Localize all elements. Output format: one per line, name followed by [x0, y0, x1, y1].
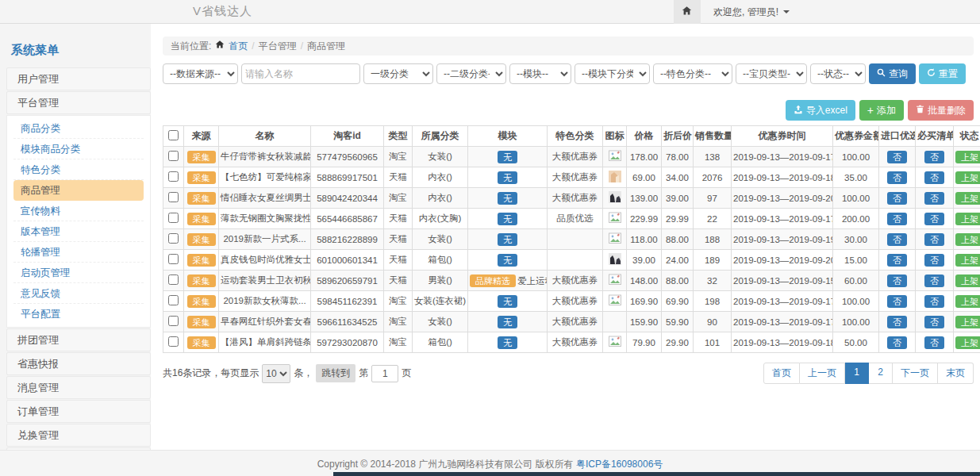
page-button-末页[interactable]: 末页: [938, 363, 974, 384]
sidebar-subitem-8[interactable]: 意见反馈: [13, 283, 144, 304]
status-toggle[interactable]: 上架: [955, 192, 980, 205]
status-toggle[interactable]: 上架: [955, 171, 980, 184]
name-cell[interactable]: 【七色纺】可爱纯棉家...: [219, 167, 311, 188]
search-button[interactable]: 查询: [869, 63, 916, 84]
page-button-下一页[interactable]: 下一页: [893, 363, 938, 384]
filter-select-source[interactable]: --数据来源--: [163, 63, 238, 84]
filter-name-input[interactable]: [241, 63, 360, 84]
module-badge[interactable]: 无: [498, 213, 517, 225]
page-number-input[interactable]: [371, 365, 398, 382]
filter-select-module[interactable]: --模块--: [509, 63, 571, 84]
sidebar-item-bottom-4[interactable]: 兑换管理: [6, 424, 151, 447]
sidebar-subitem-6[interactable]: 轮播管理: [13, 242, 144, 263]
module-badge[interactable]: 无: [498, 254, 517, 267]
name-cell[interactable]: 运动套装男士卫衣初秋...: [219, 271, 311, 291]
import-select-toggle[interactable]: 否: [887, 316, 907, 328]
row-checkbox[interactable]: [168, 316, 179, 326]
sidebar-subitem-0[interactable]: 商品分类: [13, 118, 144, 139]
sidebar-item-0[interactable]: 用户管理: [6, 67, 151, 90]
reset-button[interactable]: 重置: [919, 63, 966, 84]
import-select-toggle[interactable]: 否: [887, 213, 907, 225]
status-toggle[interactable]: 上架: [955, 295, 980, 308]
name-cell[interactable]: 2019新款一片式系...: [219, 229, 311, 250]
page-button-上一页[interactable]: 上一页: [800, 363, 845, 384]
sidebar-item-bottom-1[interactable]: 省惠快报: [6, 352, 151, 375]
breadcrumb-home-link[interactable]: 首页: [229, 40, 248, 53]
must-buy-toggle[interactable]: 否: [924, 274, 944, 287]
row-checkbox[interactable]: [168, 295, 179, 305]
must-buy-toggle[interactable]: 否: [924, 171, 944, 184]
status-toggle[interactable]: 上架: [955, 254, 980, 267]
name-cell[interactable]: 牛仔背带裤女秋装减龄...: [219, 147, 311, 167]
name-cell[interactable]: 真皮钱包时尚优雅女士...: [219, 250, 311, 271]
module-badge[interactable]: 无: [498, 336, 517, 349]
sidebar-subitem-1[interactable]: 模块商品分类: [13, 139, 144, 159]
must-buy-toggle[interactable]: 否: [924, 213, 944, 225]
batch-delete-button[interactable]: 批量删除: [908, 100, 974, 121]
status-toggle[interactable]: 上架: [955, 213, 980, 225]
module-badge[interactable]: 无: [498, 316, 517, 328]
row-checkbox[interactable]: [168, 213, 179, 223]
sidebar-subitem-4[interactable]: 宣传物料: [13, 201, 144, 221]
sidebar-item-1[interactable]: 平台管理: [6, 91, 151, 114]
select-all-checkbox[interactable]: [168, 130, 179, 140]
page-button-2[interactable]: 2: [869, 363, 893, 384]
sidebar-subitem-5[interactable]: 版本管理: [13, 221, 144, 242]
import-select-toggle[interactable]: 否: [887, 151, 907, 163]
must-buy-toggle[interactable]: 否: [924, 316, 944, 328]
jump-button[interactable]: 跳转到: [316, 364, 355, 382]
per-page-select[interactable]: 10: [262, 364, 290, 383]
import-select-toggle[interactable]: 否: [887, 295, 907, 308]
import-select-toggle[interactable]: 否: [887, 336, 907, 349]
status-toggle[interactable]: 上架: [955, 316, 980, 328]
must-buy-toggle[interactable]: 否: [924, 336, 944, 349]
filter-select-level1-category[interactable]: 一级分类: [363, 63, 433, 84]
module-badge[interactable]: 无: [498, 295, 517, 308]
add-button[interactable]: + 添加: [859, 100, 904, 121]
sidebar-item-bottom-0[interactable]: 拼团管理: [6, 328, 151, 351]
name-cell[interactable]: 早春网红针织外套女春...: [219, 312, 311, 332]
page-button-首页[interactable]: 首页: [763, 363, 800, 384]
row-checkbox[interactable]: [168, 192, 179, 202]
status-toggle[interactable]: 上架: [955, 151, 980, 163]
filter-select-level2-category[interactable]: --二级分类--: [436, 63, 506, 84]
filter-select-status[interactable]: --状态--: [810, 63, 866, 84]
user-menu[interactable]: 欢迎您, 管理员!: [713, 6, 790, 19]
row-checkbox[interactable]: [168, 254, 179, 264]
module-badge[interactable]: 无: [498, 171, 517, 184]
must-buy-toggle[interactable]: 否: [924, 151, 944, 163]
sidebar-subitem-9[interactable]: 平台配置: [13, 304, 144, 324]
page-button-1[interactable]: 1: [845, 363, 869, 384]
module-badge[interactable]: 品牌精选: [470, 274, 516, 287]
must-buy-toggle[interactable]: 否: [924, 192, 944, 205]
status-toggle[interactable]: 上架: [955, 274, 980, 287]
status-toggle[interactable]: 上架: [955, 233, 980, 246]
import-select-toggle[interactable]: 否: [887, 171, 907, 184]
must-buy-toggle[interactable]: 否: [924, 254, 944, 267]
row-checkbox[interactable]: [168, 171, 179, 182]
row-checkbox[interactable]: [168, 233, 179, 244]
import-select-toggle[interactable]: 否: [887, 233, 907, 246]
name-cell[interactable]: 情侣睡衣女夏丝绸男士...: [219, 188, 311, 209]
row-checkbox[interactable]: [168, 151, 179, 161]
module-badge[interactable]: 无: [498, 192, 517, 205]
name-cell[interactable]: 【港风】单肩斜跨链条...: [219, 332, 311, 353]
sidebar-subitem-2[interactable]: 特色分类: [13, 159, 144, 180]
name-cell[interactable]: 2019新款女秋薄款...: [219, 291, 311, 312]
module-badge[interactable]: 无: [498, 233, 517, 246]
status-toggle[interactable]: 上架: [955, 336, 980, 349]
sidebar-item-bottom-3[interactable]: 订单管理: [6, 400, 151, 423]
must-buy-toggle[interactable]: 否: [924, 295, 944, 308]
must-buy-toggle[interactable]: 否: [924, 233, 944, 246]
import-select-toggle[interactable]: 否: [887, 274, 907, 287]
row-checkbox[interactable]: [168, 274, 179, 285]
icp-link[interactable]: 粤ICP备16098006号: [576, 459, 663, 470]
import-select-toggle[interactable]: 否: [887, 254, 907, 267]
name-cell[interactable]: 薄款无钢圈文胸聚拢性...: [219, 209, 311, 229]
row-checkbox[interactable]: [168, 336, 179, 347]
sidebar-subitem-3[interactable]: 商品管理: [13, 180, 144, 201]
sidebar-item-bottom-2[interactable]: 消息管理: [6, 376, 151, 399]
sidebar-subitem-7[interactable]: 启动页管理: [13, 263, 144, 283]
filter-select-item-type[interactable]: --宝贝类型--: [736, 63, 807, 84]
home-button[interactable]: [674, 0, 701, 24]
